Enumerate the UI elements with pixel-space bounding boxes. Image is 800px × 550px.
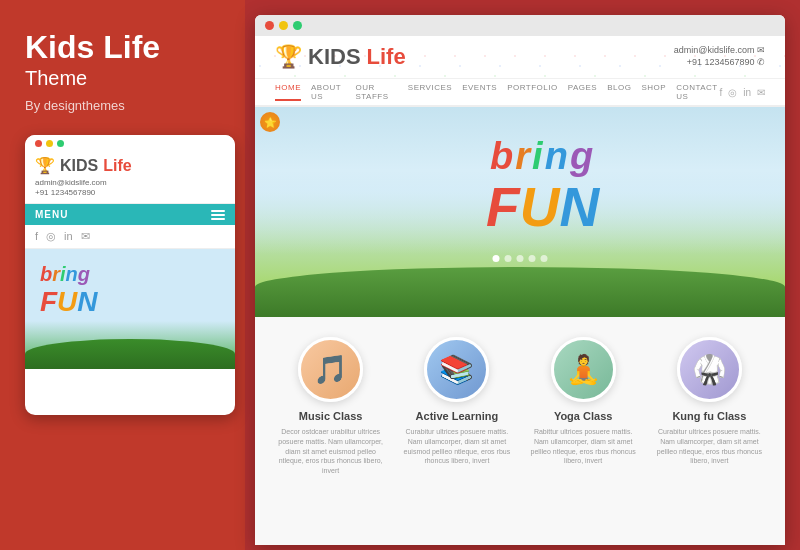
class-music-avatar: 🎵 [298, 337, 363, 402]
slider-dot-2[interactable] [505, 255, 512, 262]
right-panel: 🏆 KIDS Life admin@kidslife.com ✉ +91 123… [245, 0, 800, 550]
mobile-nav-label: MENU [35, 209, 68, 220]
browser-content: 🏆 KIDS Life admin@kidslife.com ✉ +91 123… [255, 36, 785, 545]
nav-facebook-icon[interactable]: f [719, 87, 722, 98]
theme-by: By designthemes [25, 98, 225, 113]
linkedin-icon[interactable]: in [64, 230, 73, 243]
mobile-grass [25, 339, 235, 369]
class-kungfu-title: Kung fu Class [654, 410, 765, 422]
mobile-hero-text: bring FUN [40, 264, 98, 318]
hamburger-icon[interactable] [211, 210, 225, 220]
nav-instagram-icon[interactable]: ◎ [728, 87, 737, 98]
mobile-fun-text: FUN [40, 286, 98, 318]
nav-email-icon[interactable]: ✉ [757, 87, 765, 98]
mobile-logo-life: Life [103, 157, 131, 175]
class-kungfu-desc: Curabitur ultrices posuere mattis. Nam u… [654, 427, 765, 466]
site-phone: +91 1234567890 ✆ [674, 57, 765, 67]
facebook-icon[interactable]: f [35, 230, 38, 243]
class-music-desc: Decor ostdcaer urabiltur ultrices posuer… [275, 427, 386, 476]
class-learning: 📚 Active Learning Curabitur ultrices pos… [401, 337, 512, 476]
mobile-email: admin@kidslife.com [35, 178, 225, 187]
mobile-nav[interactable]: MENU [25, 204, 235, 225]
browser-dot-red[interactable] [265, 21, 274, 30]
nav-portfolio[interactable]: PORTFOLIO [507, 83, 558, 101]
class-yoga-avatar: 🧘 [551, 337, 616, 402]
site-email: admin@kidslife.com ✉ [674, 45, 765, 55]
dot-green [57, 140, 64, 147]
hero-text-area: bring FUN [486, 137, 599, 235]
nav-shop[interactable]: SHOP [641, 83, 666, 101]
left-panel: Kids Life Theme By designthemes 🏆 KIDS L… [0, 0, 245, 550]
mobile-contact: admin@kidslife.com +91 1234567890 [35, 178, 225, 197]
classes-grid: 🎵 Music Class Decor ostdcaer urabiltur u… [275, 337, 765, 476]
class-kungfu: 🥋 Kung fu Class Curabitur ultrices posue… [654, 337, 765, 476]
nav-contact[interactable]: CONTACT US [676, 83, 719, 101]
hero-bring: bring [486, 137, 599, 175]
site-logo-area: 🏆 KIDS Life [275, 44, 406, 70]
nav-home[interactable]: HOME [275, 83, 301, 101]
site-hero: ⭐ bring FUN [255, 107, 785, 317]
class-yoga-title: Yoga Class [528, 410, 639, 422]
nav-services[interactable]: SERVICES [408, 83, 452, 101]
site-header: 🏆 KIDS Life admin@kidslife.com ✉ +91 123… [255, 36, 785, 79]
nav-about[interactable]: ABOUT US [311, 83, 345, 101]
slider-dot-1[interactable] [493, 255, 500, 262]
class-yoga-desc: Rabittur ultrices posuere mattis. Nam ul… [528, 427, 639, 466]
nav-pages[interactable]: PAGES [568, 83, 597, 101]
site-nav: HOME ABOUT US OUR STAFFS SERVICES EVENTS… [255, 79, 785, 107]
mobile-header: 🏆 KIDS Life admin@kidslife.com +91 12345… [25, 150, 235, 204]
mobile-logo-row: 🏆 KIDS Life [35, 156, 225, 175]
mobile-logo-kids: KIDS [60, 157, 98, 175]
trophy-icon: 🏆 [35, 156, 55, 175]
mobile-mockup: 🏆 KIDS Life admin@kidslife.com +91 12345… [25, 135, 235, 415]
instagram-icon[interactable]: ◎ [46, 230, 56, 243]
class-learning-desc: Curabitur ultrices posuere mattis. Nam u… [401, 427, 512, 466]
nav-linkedin-icon[interactable]: in [743, 87, 751, 98]
theme-title: Kids Life [25, 30, 225, 65]
mobile-hero: bring FUN [25, 249, 235, 369]
class-kungfu-avatar: 🥋 [677, 337, 742, 402]
nav-blog[interactable]: BLOG [607, 83, 631, 101]
class-yoga: 🧘 Yoga Class Rabittur ultrices posuere m… [528, 337, 639, 476]
site-logo-life: Life [367, 44, 406, 70]
email-icon[interactable]: ✉ [81, 230, 90, 243]
dot-yellow [46, 140, 53, 147]
class-learning-title: Active Learning [401, 410, 512, 422]
nav-staffs[interactable]: OUR STAFFS [355, 83, 397, 101]
class-music: 🎵 Music Class Decor ostdcaer urabiltur u… [275, 337, 386, 476]
hero-slider-dots [493, 255, 548, 262]
site-contact: admin@kidslife.com ✉ +91 1234567890 ✆ [674, 45, 765, 69]
hero-grass [255, 267, 785, 317]
mobile-social-bar: f ◎ in ✉ [25, 225, 235, 249]
site-logo-kids: KIDS [308, 44, 361, 70]
slider-dot-4[interactable] [529, 255, 536, 262]
browser-window: 🏆 KIDS Life admin@kidslife.com ✉ +91 123… [255, 15, 785, 545]
browser-topbar [255, 15, 785, 36]
class-music-title: Music Class [275, 410, 386, 422]
mobile-topbar [25, 135, 235, 150]
nav-socials: f ◎ in ✉ [719, 87, 765, 98]
dot-red [35, 140, 42, 147]
slider-dot-5[interactable] [541, 255, 548, 262]
mobile-phone: +91 1234567890 [35, 188, 225, 197]
class-learning-avatar: 📚 [424, 337, 489, 402]
slider-dot-3[interactable] [517, 255, 524, 262]
site-trophy-icon: 🏆 [275, 44, 302, 70]
browser-dot-yellow[interactable] [279, 21, 288, 30]
hero-medallion: ⭐ [260, 112, 280, 132]
classes-section: 🎵 Music Class Decor ostdcaer urabiltur u… [255, 317, 785, 545]
mobile-bring-text: bring [40, 264, 98, 284]
browser-dot-green[interactable] [293, 21, 302, 30]
theme-subtitle: Theme [25, 67, 225, 90]
hero-fun: FUN [486, 180, 599, 235]
nav-events[interactable]: EVENTS [462, 83, 497, 101]
nav-links: HOME ABOUT US OUR STAFFS SERVICES EVENTS… [275, 83, 719, 101]
